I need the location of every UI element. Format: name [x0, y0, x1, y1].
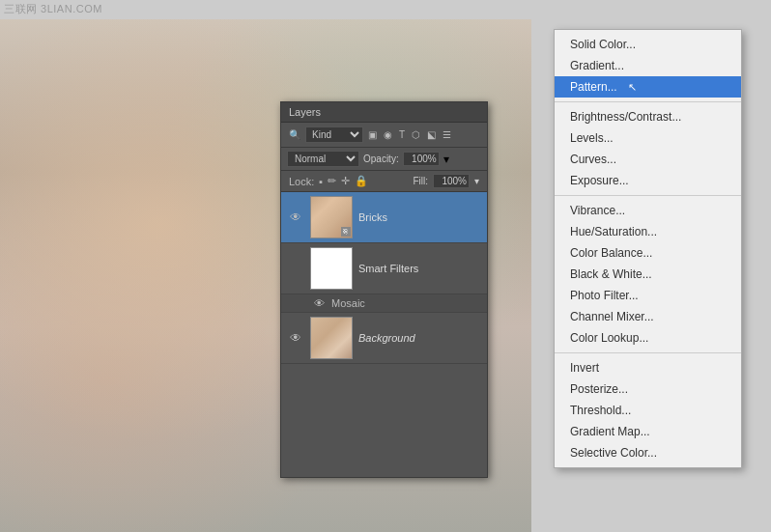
pixel-icon: ▣: [366, 128, 379, 141]
layer-name-bricks: Bricks: [358, 211, 481, 223]
separator-1: [555, 101, 741, 102]
layers-title: Layers: [289, 106, 321, 118]
lock-all-icon[interactable]: 🔒: [355, 175, 368, 187]
layer-name-bg: Background: [358, 332, 481, 344]
layer-eye-bricks[interactable]: 👁: [287, 210, 304, 224]
separator-2: [555, 195, 741, 196]
context-menu: Solid Color... Gradient... Pattern... ↖ …: [554, 29, 742, 468]
lock-paint-icon[interactable]: ✏: [328, 175, 336, 187]
opacity-arrow[interactable]: ▾: [443, 153, 449, 166]
menu-gradient-map[interactable]: Gradient Map...: [555, 421, 741, 442]
layers-panel-header: Layers: [281, 102, 487, 123]
separator-3: [555, 352, 741, 353]
menu-color-balance[interactable]: Color Balance...: [555, 242, 741, 264]
menu-photo-filter[interactable]: Photo Filter...: [555, 285, 741, 306]
menu-levels[interactable]: Levels...: [555, 127, 741, 149]
cursor-indicator: ↖: [628, 81, 637, 93]
menu-vibrance[interactable]: Vibrance...: [555, 200, 741, 221]
menu-black-white[interactable]: Black & White...: [555, 264, 741, 285]
smart-filter-eye[interactable]: 👁: [310, 297, 328, 309]
shape-icon: ⬡: [410, 128, 422, 141]
layer-thumb-smart: [310, 247, 353, 290]
opacity-label: Opacity:: [363, 154, 399, 164]
smart-icon: ⬕: [425, 128, 438, 141]
adjustment-icon: ◉: [382, 128, 394, 141]
menu-exposure[interactable]: Exposure...: [555, 170, 741, 191]
layer-name-smart: Smart Filters: [358, 263, 481, 274]
fill-input[interactable]: [433, 174, 470, 188]
menu-posterize[interactable]: Posterize...: [555, 378, 741, 400]
menu-curves[interactable]: Curves...: [555, 149, 741, 170]
layers-panel: Layers 🔍 Kind ▣ ◉ T ⬡ ⬕ ☰ Normal Opacity…: [280, 101, 488, 478]
watermark: 三联网 3LIAN.COM: [4, 2, 102, 16]
kind-select[interactable]: Kind: [305, 126, 363, 143]
menu-hue-saturation[interactable]: Hue/Saturation...: [555, 221, 741, 242]
menu-threshold[interactable]: Threshold...: [555, 400, 741, 421]
menu-invert[interactable]: Invert: [555, 357, 741, 378]
lock-label: Lock:: [289, 176, 314, 187]
lock-fill-row: Lock: ▪ ✏ ✛ 🔒 Fill: ▾: [281, 171, 487, 192]
menu-brightness-contrast[interactable]: Brightness/Contrast...: [555, 106, 741, 127]
blend-mode-select[interactable]: Normal: [287, 151, 359, 167]
menu-color-lookup[interactable]: Color Lookup...: [555, 327, 741, 349]
layer-eye-bg[interactable]: 👁: [287, 331, 304, 345]
menu-pattern[interactable]: Pattern... ↖: [555, 76, 741, 98]
layer-background[interactable]: 👁 Background: [281, 313, 487, 364]
lock-transparent-icon[interactable]: ▪: [319, 176, 323, 187]
menu-channel-mixer[interactable]: Channel Mixer...: [555, 306, 741, 327]
layer-smart[interactable]: Smart Filters: [281, 243, 487, 294]
layer-bricks[interactable]: 👁 ⛓ Bricks: [281, 192, 487, 243]
layer-thumb-bricks: ⛓: [310, 196, 353, 238]
menu-icon: ☰: [441, 128, 453, 141]
menu-selective-color[interactable]: Selective Color...: [555, 442, 741, 463]
fill-arrow[interactable]: ▾: [474, 176, 479, 186]
menu-gradient[interactable]: Gradient...: [555, 55, 741, 76]
text-icon: T: [397, 128, 407, 141]
layer-chain-bricks: ⛓: [341, 227, 351, 237]
smart-filter-mosaic-name: Mosaic: [331, 297, 365, 309]
opacity-input[interactable]: [403, 152, 440, 166]
smart-filter-mosaic-row: 👁 Mosaic: [281, 294, 487, 313]
search-icon: 🔍: [287, 128, 302, 141]
fill-label: Fill:: [413, 176, 428, 186]
lock-move-icon[interactable]: ✛: [341, 175, 350, 187]
blend-opacity-row: Normal Opacity: ▾: [281, 148, 487, 171]
menu-solid-color[interactable]: Solid Color...: [555, 34, 741, 55]
layer-thumb-bg: [310, 317, 353, 359]
layers-toolbar: 🔍 Kind ▣ ◉ T ⬡ ⬕ ☰: [281, 123, 487, 148]
